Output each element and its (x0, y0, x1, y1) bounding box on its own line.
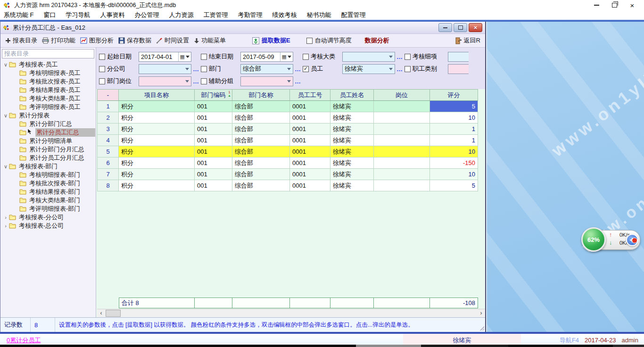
tree-item-label-selected[interactable]: 累计分员工汇总 (35, 128, 95, 137)
child-minimize-button[interactable] (438, 23, 452, 32)
cell-emp_name[interactable]: 徐绪宾 (330, 157, 374, 169)
cell-score[interactable]: 5 (430, 101, 478, 112)
tree-item[interactable]: 累计分明细清单 (0, 137, 96, 145)
menu-item-9[interactable]: 绩效考核 (272, 11, 297, 19)
tree-item-label[interactable]: 考核报表-总公司 (18, 222, 65, 230)
auto-height-checkbox[interactable]: 自动调节高度 (306, 36, 352, 45)
filter-field-分公司[interactable] (139, 64, 191, 74)
tree-item[interactable]: 累计分部门汇总 (0, 120, 96, 128)
checkbox-unchecked[interactable] (99, 78, 105, 84)
tree-item-label[interactable]: 累计分明细清单 (28, 137, 73, 145)
cell-post[interactable] (374, 101, 430, 112)
menu-item-5[interactable]: 办公管理 (135, 11, 159, 19)
auto-height-checkbox-box[interactable] (306, 38, 313, 44)
cell-dept_name[interactable]: 综合部 (232, 112, 290, 124)
filter-field-部门[interactable]: 综合部 (240, 64, 293, 74)
close-button[interactable]: × (623, 0, 641, 10)
tree-item-label[interactable]: 考核报表-部门 (18, 162, 58, 171)
browse-ellipsis-button[interactable]: … (293, 78, 303, 85)
cell-score[interactable]: 10 (430, 112, 478, 124)
column-header-评分[interactable]: 评分 (430, 89, 478, 101)
tree-item[interactable]: ∨考核报表-部门 (0, 162, 96, 171)
report-shortcut-link[interactable]: 0累计分员工 (7, 336, 41, 345)
filter-field-考核细项[interactable] (448, 52, 469, 62)
cell-post[interactable] (374, 124, 430, 135)
scroll-right-arrow[interactable]: › (477, 309, 485, 317)
dropdown-arrow-icon[interactable] (389, 56, 393, 58)
resize-grip[interactable] (480, 326, 484, 330)
cell-project[interactable]: 积分 (119, 101, 195, 112)
cell-emp_id[interactable]: 0001 (290, 112, 330, 124)
cell-project[interactable]: 积分 (119, 146, 195, 157)
browse-ellipsis-button[interactable]: … (293, 66, 303, 73)
dropdown-arrow-icon[interactable] (185, 80, 189, 83)
toolbar-button-6[interactable]: 功能菜单 (194, 36, 226, 45)
tree-item[interactable]: 累计分部门分月汇总 (0, 145, 96, 154)
cell-emp_id[interactable]: 0001 (290, 135, 330, 146)
checkbox-unchecked[interactable] (99, 66, 105, 72)
minimize-button[interactable] (587, 0, 605, 10)
child-restore-button[interactable] (454, 23, 467, 32)
child-close-button[interactable]: × (469, 23, 482, 32)
menu-item-10[interactable]: 秘书功能 (307, 11, 331, 19)
cell-post[interactable] (374, 146, 430, 157)
tree-item-label[interactable]: 累计分员工分月汇总 (28, 154, 85, 162)
table-row-2[interactable]: 2积分001综合部0001徐绪宾10 (97, 112, 485, 124)
cell-post[interactable] (374, 157, 430, 169)
scroll-left-arrow[interactable]: ‹ (97, 309, 105, 317)
menu-item-1[interactable]: 系统功能 F (4, 11, 34, 19)
calendar-dropdown-icon[interactable]: ▦ (280, 52, 293, 61)
column-header-员工工号[interactable]: 员工工号 (290, 89, 330, 101)
tree-item[interactable]: ∨考核报表-员工 (0, 60, 96, 69)
filter-field-员工[interactable]: 徐绪宾 (342, 64, 395, 74)
cell-dept_name[interactable]: 综合部 (232, 146, 290, 157)
cell-score[interactable]: 1 (430, 135, 478, 146)
tree-item-label[interactable]: 累计分报表 (18, 111, 50, 120)
column-header-岗位[interactable]: 岗位 (374, 89, 430, 101)
cell-score[interactable]: -150 (430, 157, 478, 169)
toolbar-button-4[interactable]: 保存数据 (118, 36, 151, 45)
row-number[interactable]: 8 (97, 180, 119, 191)
tree-item-label[interactable]: 考核大类结果-员工 (28, 94, 81, 103)
extract-data-button[interactable]: 提取数据E (252, 36, 290, 45)
cell-emp_name[interactable]: 徐绪宾 (330, 180, 374, 191)
memory-percent-ball[interactable]: 62% (581, 227, 606, 252)
cell-dept_code[interactable]: 001 (195, 157, 232, 169)
tree-item-label[interactable]: 考评明细报表-部门 (28, 205, 81, 213)
cell-post[interactable] (374, 112, 430, 124)
checkbox-unchecked[interactable] (201, 78, 207, 84)
tree-item[interactable]: 考核明细报表-部门 (0, 171, 96, 179)
cell-emp_name[interactable]: 徐绪宾 (330, 124, 374, 135)
toolbar-button-3[interactable]: 图形分析 (80, 36, 114, 45)
dropdown-arrow-icon[interactable] (389, 68, 393, 70)
cell-emp_name[interactable]: 徐绪宾 (330, 135, 374, 146)
filter-field-职工类别[interactable] (448, 64, 469, 74)
checkbox-unchecked[interactable] (201, 54, 207, 60)
cell-dept_code[interactable]: 001 (195, 169, 232, 180)
cell-project[interactable]: 积分 (119, 112, 195, 124)
tree-item[interactable]: ›考核报表-分公司 (0, 213, 96, 222)
menu-item-7[interactable]: 工资管理 (204, 11, 228, 19)
cell-dept_name[interactable]: 综合部 (232, 101, 290, 112)
column-header-项目名称[interactable]: 项目名称 (119, 89, 195, 101)
row-number[interactable]: 5 (97, 146, 119, 157)
cell-project[interactable]: 积分 (119, 135, 195, 146)
column-header-部门编码[interactable]: 部门编码1▲ (195, 89, 232, 101)
cell-emp_id[interactable]: 0001 (290, 101, 330, 112)
cell-project[interactable]: 积分 (119, 180, 195, 191)
cell-dept_name[interactable]: 综合部 (232, 180, 290, 191)
column-header-rownum[interactable]: - (97, 89, 119, 101)
restore-button[interactable] (605, 0, 623, 10)
row-number[interactable]: 7 (97, 169, 119, 180)
tree-item[interactable]: 考核明细报表-员工 (0, 69, 96, 77)
tree-item-label[interactable]: 考评明细报表-员工 (28, 103, 81, 111)
tree-item[interactable]: 考核批次报表-员工 (0, 77, 96, 86)
tree-item[interactable]: 累计分员工汇总 (0, 128, 96, 137)
cell-score[interactable]: 10 (430, 169, 478, 180)
cell-post[interactable] (374, 180, 430, 191)
cell-post[interactable] (374, 135, 430, 146)
cell-dept_code[interactable]: 001 (195, 146, 232, 157)
row-number[interactable]: 4 (97, 135, 119, 146)
cell-post[interactable] (374, 169, 430, 180)
dropdown-arrow-icon[interactable] (287, 68, 291, 70)
